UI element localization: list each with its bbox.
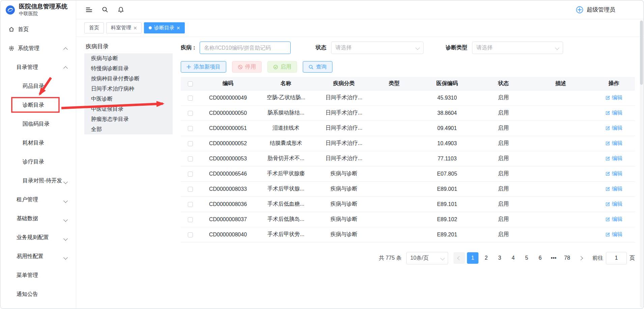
sidebar-item-label: 国临码目录 [23, 121, 50, 128]
row-checkbox[interactable] [188, 172, 193, 177]
sidebar-item-national-code-catalog[interactable]: 国临码目录 [0, 114, 76, 133]
sidebar-item-base-data[interactable]: 基础数据 [0, 209, 76, 228]
status-select[interactable]: 请选择 [331, 42, 423, 54]
diagnosis-type-filter-label: 诊断类型 [446, 44, 467, 51]
brand: 医院信息管理系统 中联医院 [0, 0, 76, 19]
page-button-3[interactable]: 3 [494, 252, 505, 264]
edit-button[interactable]: 编辑 [605, 109, 623, 117]
row-checkbox[interactable] [188, 141, 193, 146]
sidebar-item-usability-config[interactable]: 易用性配置 [0, 247, 76, 266]
catalog-item-tcm-syndrome[interactable]: 中医证候目录 [84, 104, 173, 114]
scrollbar-thumb[interactable] [640, 21, 643, 85]
add-item-button[interactable]: 添加新项目 [181, 61, 226, 73]
tab-diagnosis-catalog[interactable]: 诊断目录 [144, 22, 185, 33]
sidebar-item-system[interactable]: 系统管理 [0, 39, 76, 58]
edit-button[interactable]: 编辑 [605, 94, 623, 101]
cell-code: CD0000008036 [200, 197, 256, 212]
sidebar-item-label: 目录对照-待开发 [23, 177, 62, 184]
cell-desc [529, 227, 593, 242]
row-checkbox[interactable] [188, 156, 193, 161]
table-header-row: 编码 名称 疾病分类 类型 医保编码 状态 描述 操作 [181, 77, 635, 90]
table-row: CD0000000053 肋骨切开术不... 日间手术治疗... 77.1103… [181, 151, 635, 166]
cell-category: 日间手术治疗... [316, 105, 372, 121]
enable-button[interactable]: 启用 [267, 61, 297, 73]
tab-label: 诊断目录 [154, 25, 174, 31]
next-page-button[interactable] [575, 252, 586, 264]
search-icon[interactable] [102, 6, 108, 13]
query-button[interactable]: 查询 [303, 61, 332, 73]
page-button-6[interactable]: 6 [534, 252, 546, 264]
page-size-select[interactable]: 10条/页 [406, 252, 448, 264]
tab-home[interactable]: 首页 [84, 22, 104, 33]
sidebar-item-catalog-management[interactable]: 目录管理 [0, 58, 76, 77]
main-column: 超级管理员 首页 科室管理 诊断目录 [76, 0, 644, 309]
sidebar-item-diagnosis-catalog[interactable]: 诊断目录 [0, 96, 76, 114]
row-checkbox[interactable] [188, 126, 193, 131]
page-button-4[interactable]: 4 [507, 252, 519, 264]
edit-button[interactable]: 编辑 [605, 201, 623, 208]
edit-button[interactable]: 编辑 [605, 185, 623, 192]
sidebar-item-drug-catalog[interactable]: 药品目录 [0, 77, 76, 96]
diagnosis-type-select[interactable]: 请选择 [472, 42, 563, 54]
cell-name: 空肠-乙状结肠... [256, 90, 316, 105]
edit-label: 编辑 [612, 140, 623, 147]
sidebar-item-tenant-management[interactable]: 租户管理 [0, 190, 76, 209]
more-pages-button[interactable]: ••• [548, 252, 559, 264]
edit-button[interactable]: 编辑 [605, 140, 623, 147]
catalog-item-special-chronic[interactable]: 特慢病诊断目录 [84, 63, 173, 74]
row-checkbox[interactable] [188, 232, 193, 237]
catalog-item-tcm-diagnosis[interactable]: 中医诊断 [84, 94, 173, 104]
cell-status: 启用 [478, 136, 529, 151]
cell-name: 手术后甲状腺瘘 [256, 166, 316, 181]
chevron-down-icon [555, 46, 559, 50]
row-checkbox[interactable] [188, 111, 193, 116]
catalog-item-all[interactable]: 全部 [84, 124, 173, 134]
edit-button[interactable]: 编辑 [605, 125, 623, 132]
cell-category: 日间手术治疗... [316, 121, 372, 136]
catalog-item-payment-by-disease[interactable]: 按病种目录付费诊断 [84, 74, 173, 84]
goto-label: 前往 [592, 255, 603, 262]
sidebar-item-notice[interactable]: 通知公告 [0, 285, 76, 304]
catalog-item-day-surgery[interactable]: 日间手术治疗病种 [84, 84, 173, 94]
goto-page-input[interactable] [606, 252, 627, 264]
sidebar-item-catalog-mapping[interactable]: 目录对照-待开发 [0, 171, 76, 190]
row-checkbox[interactable] [188, 202, 193, 207]
sidebar-item-menu-management[interactable]: 菜单管理 [0, 266, 76, 285]
row-checkbox[interactable] [188, 187, 193, 192]
edit-button[interactable]: 编辑 [605, 170, 623, 177]
diagnosis-type-select-value: 请选择 [476, 44, 493, 51]
page-button-2[interactable]: 2 [480, 252, 492, 264]
edit-icon [605, 126, 610, 131]
sidebar-item-label: 基础数据 [17, 215, 38, 222]
disease-input[interactable] [204, 45, 286, 51]
chevron-down-icon [63, 180, 68, 184]
row-checkbox[interactable] [188, 217, 193, 222]
ban-icon [238, 65, 243, 70]
edit-button[interactable]: 编辑 [605, 155, 623, 162]
edit-button[interactable]: 编辑 [605, 231, 623, 238]
user-badge[interactable]: 超级管理员 [576, 6, 615, 14]
tab-department-management[interactable]: 科室管理 [106, 22, 142, 33]
cell-code: CD0000000053 [200, 151, 256, 166]
catalog-item-tumor-morphology[interactable]: 肿瘤形态学目录 [84, 114, 173, 124]
filter-row: 疾病： 状态 请选择 诊断类型 请选择 [181, 42, 635, 54]
sidebar-item-home[interactable]: 首页 [0, 20, 76, 39]
bell-icon[interactable] [118, 6, 124, 13]
page-button-78[interactable]: 78 [561, 252, 573, 264]
row-checkbox[interactable] [188, 96, 193, 101]
close-icon[interactable] [134, 26, 137, 30]
collapse-menu-icon[interactable] [86, 7, 92, 13]
catalog-item-disease-diagnosis[interactable]: 疾病与诊断 [84, 53, 173, 63]
chevron-down-icon [63, 217, 68, 222]
disable-button[interactable]: 停用 [232, 61, 262, 73]
sidebar-item-treatment-catalog[interactable]: 诊疗目录 [0, 152, 76, 171]
close-icon[interactable] [177, 26, 180, 30]
sidebar-item-business-rules[interactable]: 业务规则配置 [0, 228, 76, 247]
cell-name: 肋骨切开术不... [256, 151, 316, 166]
page-button-5[interactable]: 5 [521, 252, 532, 264]
page-button-1[interactable]: 1 [467, 252, 478, 264]
prev-page-button[interactable] [453, 252, 465, 264]
edit-button[interactable]: 编辑 [605, 216, 623, 223]
sidebar-item-consumable-catalog[interactable]: 耗材目录 [0, 133, 76, 152]
select-all-checkbox[interactable] [188, 81, 193, 86]
